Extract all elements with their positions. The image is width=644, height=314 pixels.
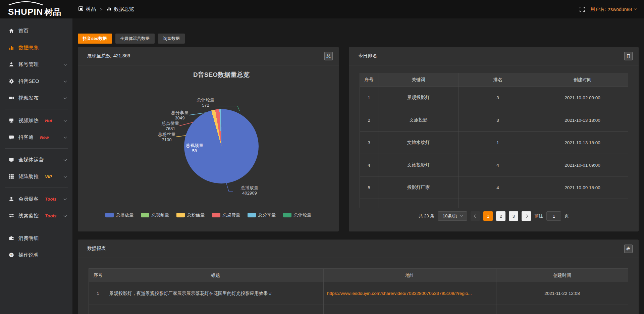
legend-item-comments[interactable]: 总评论量 [283,212,311,218]
page-button-3[interactable]: 3 [509,211,518,221]
sidebar-item-video-heat[interactable]: 视频加热 Hot [0,112,72,129]
pagination-total: 共 23 条 [419,213,435,219]
bar-chart-icon [107,6,111,12]
goto-label: 前往 [534,213,543,219]
page-button-2[interactable]: 2 [496,211,505,221]
next-page-button[interactable] [522,211,531,221]
data-tabs: 抖音seo数据 全媒体运营数据 询盘数据 [78,34,185,44]
chart-panel-header: 展现量总数: 421,369 总 [78,47,339,65]
sliders-icon [9,213,14,218]
breadcrumb-current[interactable]: 数据总览 [114,6,134,12]
sidebar-item-lead-monitor[interactable]: 线索监控 Tools [0,207,72,224]
sidebar-item-douketong[interactable]: 抖客通 New [0,129,72,146]
sidebar-item-spending-details[interactable]: 消费明细 [0,230,72,247]
pie-chart-title: D音SEO数据量总览 [98,70,345,79]
report-panel-title: 数据报表 [87,246,106,252]
user-label: 用户名: [590,6,606,12]
legend-swatch [105,213,114,217]
sidebar-divider [5,227,68,227]
sidebar-item-omnimedia[interactable]: 全媒体运营 [0,151,72,168]
table-row: 1景观投影灯32021-10-02 09:00 [360,87,628,109]
table-row: 3文旅水纹灯12021-10-13 18:00 [360,132,628,154]
table-view-button[interactable]: 表 [624,245,633,253]
grid-icon [9,174,14,179]
chevron-down-icon [634,7,637,10]
table-header-row: 序号 关键词 排名 创建时间 [360,73,628,87]
video-url-link[interactable]: https://www.iesdouyin.com/share/video/70… [324,282,496,305]
pie-label-videos: 总视频量58 [178,143,211,154]
today-ranking-panel: 今日排名 日 序号 关键词 排名 创建时间 1景观投影灯32021-10-02 … [349,47,639,231]
sidebar-item-instructions[interactable]: ? 操作说明 [0,247,72,263]
sidebar-divider [5,109,68,109]
page-button-1[interactable]: 1 [483,211,493,221]
video-title-cell: 景观投影灯，夜游景观投影灯厂家展示展示落花灯在花园里的灯光投影应用效果 # [107,282,324,305]
logo-arc-icon [7,1,44,5]
user-icon [9,62,14,67]
tab-inquiry-data[interactable]: 询盘数据 [158,34,185,44]
sidebar-divider [5,148,68,149]
hot-badge: Hot [45,118,52,123]
question-icon: ? [9,252,14,258]
chevron-left-icon [474,214,477,218]
chevron-down-icon [64,96,67,99]
breadcrumb-root[interactable]: 树品 [86,6,96,12]
legend-item-fans[interactable]: 总粉丝量 [176,212,205,218]
sidebar-item-video-publish[interactable]: 视频发布 [0,90,72,106]
impressions-chart-panel: 展现量总数: 421,369 总 D音SEO数据量总览 总评论量572 总分享量… [78,47,339,231]
legend-item-plays[interactable]: 总播放量 [105,212,133,218]
prev-page-button[interactable] [471,211,480,221]
screen-icon [9,118,14,123]
chevron-down-icon [64,135,67,139]
sidebar-item-douyin-seo[interactable]: 抖音SEO [0,73,72,90]
goto-page-input[interactable]: 1 [546,211,561,221]
tab-douyin-seo-data[interactable]: 抖音seo数据 [78,34,112,44]
gear-icon [9,78,14,84]
username-value: zswodun88 [608,7,632,12]
legend-swatch [141,213,149,217]
pagination: 共 23 条 10条/页 1 2 3 前往 1 页 [349,211,639,221]
chevron-down-icon [64,214,67,217]
chevron-down-icon [64,62,67,66]
impressions-total-title: 展现量总数: 421,369 [87,53,130,59]
tools-badge: Tools [45,213,56,218]
main-content: 抖音seo数据 全媒体运营数据 询盘数据 展现量总数: 421,369 总 D音… [72,18,644,314]
chevron-down-icon [64,79,67,83]
legend-swatch [212,213,220,217]
sidebar-item-account[interactable]: 账号管理 [0,56,72,73]
page-size-select[interactable]: 10条/页 [438,211,467,221]
vip-badge: VIP [45,174,52,179]
day-view-button[interactable]: 日 [624,52,633,60]
sidebar-item-member-burst[interactable]: 会员爆客 Tools [0,191,72,207]
table-row: 5投影灯厂家42021-10-09 18:00 [360,176,628,199]
tab-omnimedia-data[interactable]: 全媒体运营数据 [115,34,155,44]
legend-swatch [283,213,291,217]
sidebar: 首页 数据总览 账号管理 抖音SEO 视频发布 视频加热 Hot 抖客通 New… [0,18,72,314]
legend-item-videos[interactable]: 总视频量 [141,212,169,218]
total-view-button[interactable]: 总 [324,52,333,60]
sidebar-item-matrix-boost[interactable]: 矩阵助推 VIP [0,168,72,185]
pie-label-comments: 总评论量572 [189,97,222,108]
chart-legend: 总播放量 总视频量 总粉丝量 总点赞量 总分享量 总评论量 [78,212,339,218]
table-row: 2文旅投影32021-10-13 18:00 [360,109,628,132]
topbar: SHUPIN 树品 树品 > 数据总览 用户名: zswodun88 [0,0,644,18]
chevron-down-icon [460,214,463,216]
legend-item-likes[interactable]: 总点赞量 [212,212,240,218]
sidebar-item-data-overview[interactable]: 数据总览 [0,39,72,56]
logo-text-cn: 树品 [44,8,61,16]
fullscreen-icon[interactable] [580,7,585,12]
legend-swatch [248,213,256,217]
pie-label-likes: 总点赞量7681 [154,121,187,132]
ranking-panel-title: 今日排名 [358,53,377,59]
wallet-icon [9,235,14,241]
user-menu[interactable]: 用户名: zswodun88 [590,6,637,12]
data-report-panel: 数据报表 表 序号 标题 地址 创建时间 1 景观投影灯，夜游景观投影灯厂家展示… [78,240,639,314]
table-row-partial [360,199,628,208]
topbar-right: 用户名: zswodun88 [580,6,644,12]
legend-item-shares[interactable]: 总分享量 [248,212,276,218]
app-logo[interactable]: SHUPIN 树品 [0,0,72,18]
sidebar-item-home[interactable]: 首页 [0,22,72,39]
table-row-partial [89,305,628,314]
svg-text:?: ? [10,253,12,257]
chevron-down-icon [64,174,67,178]
home-icon [9,28,14,34]
